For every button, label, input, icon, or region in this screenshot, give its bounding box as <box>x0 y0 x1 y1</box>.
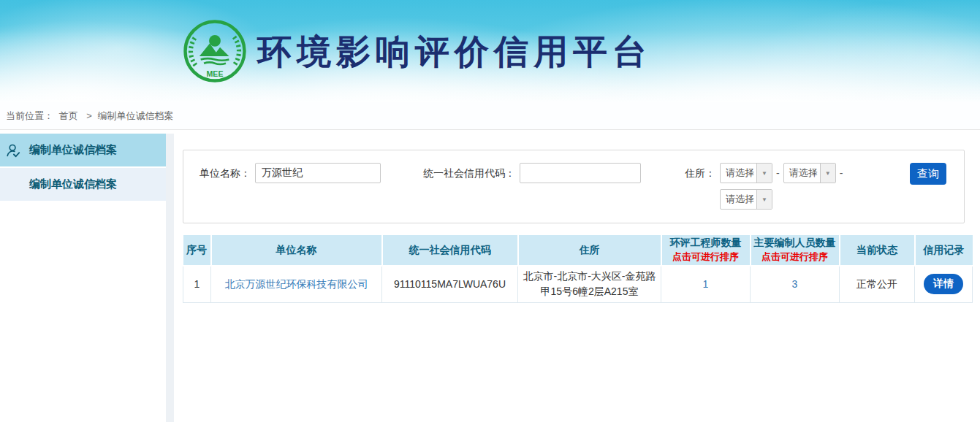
svg-text:MEE: MEE <box>207 69 224 78</box>
col-header-index: 序号 <box>183 235 211 266</box>
address-label: 住所： <box>685 163 715 183</box>
breadcrumb-home-link[interactable]: 首页 <box>59 110 78 121</box>
address-select-group: 请选择 ▼ - 请选择 ▼ - 请选择 <box>720 163 846 215</box>
sidebar-item-label: 编制单位诚信档案 <box>29 143 117 157</box>
table-row: 1 北京万源世纪环保科技有限公司 91110115MA7LWUA76U 北京市-… <box>183 266 973 302</box>
chevron-down-icon: ▼ <box>820 164 835 183</box>
user-check-icon <box>5 142 21 158</box>
site-header: MEE 环境影响评价信用平台 <box>0 0 980 102</box>
chevron-down-icon: ▼ <box>756 164 772 183</box>
province-select[interactable]: 请选择 ▼ <box>720 163 772 183</box>
staff-count-link[interactable]: 3 <box>792 278 798 290</box>
col-header-unit-name: 单位名称 <box>211 235 382 266</box>
col-header-engineer-count: 环评工程师数量 点击可进行排序 <box>661 235 751 266</box>
staff-count-sort[interactable]: 点击可进行排序 <box>754 250 836 264</box>
table-header-row: 序号 单位名称 统一社会信用代码 住所 环评工程师数量 点击可进行排序 主要编制… <box>183 235 973 266</box>
content: 编制单位诚信档案 编制单位诚信档案 单位名称： 统一社会信用代码： 住所： <box>0 134 980 422</box>
col-header-credit-code: 统一社会信用代码 <box>382 235 518 266</box>
mee-logo: MEE <box>183 19 247 83</box>
credit-code-input[interactable] <box>520 163 641 183</box>
site-title: 环境影响评价信用平台 <box>257 29 652 75</box>
cell-index: 1 <box>183 266 211 302</box>
cell-address: 北京市-北京市-大兴区-金苑路甲15号6幢2层A215室 <box>518 266 661 302</box>
engineer-count-link[interactable]: 1 <box>703 278 709 290</box>
sidebar-divider <box>166 134 174 422</box>
mee-emblem-icon: MEE <box>183 19 247 83</box>
sidebar: 编制单位诚信档案 编制单位诚信档案 <box>0 134 166 422</box>
col-header-credit-record: 信用记录 <box>915 235 973 266</box>
sidebar-subitem-unit-credit-archive[interactable]: 编制单位诚信档案 <box>0 168 166 201</box>
main: 单位名称： 统一社会信用代码： 住所： 请选择 ▼ - <box>174 134 980 422</box>
unit-name-label: 单位名称： <box>200 163 251 183</box>
unit-name-input[interactable] <box>255 163 381 183</box>
col-header-status: 当前状态 <box>840 235 915 266</box>
chevron-down-icon: ▼ <box>756 190 772 209</box>
breadcrumb-current: 编制单位诚信档案 <box>97 110 173 121</box>
credit-code-label: 统一社会信用代码： <box>423 163 515 183</box>
unit-name-link[interactable]: 北京万源世纪环保科技有限公司 <box>225 278 368 290</box>
detail-button[interactable]: 详情 <box>924 274 963 294</box>
query-button[interactable]: 查询 <box>910 163 946 185</box>
search-panel: 单位名称： 统一社会信用代码： 住所： 请选择 ▼ - <box>183 150 965 223</box>
sidebar-subitem-label: 编制单位诚信档案 <box>29 177 117 191</box>
city-select[interactable]: 请选择 ▼ <box>783 163 836 183</box>
address-dash: - <box>776 163 780 183</box>
col-header-address: 住所 <box>518 235 661 266</box>
page: MEE 环境影响评价信用平台 当前位置： 首页 > 编制单位诚信档案 编制单位诚… <box>0 0 980 422</box>
results-table: 序号 单位名称 统一社会信用代码 住所 环评工程师数量 点击可进行排序 主要编制… <box>183 235 973 303</box>
address-dash: - <box>840 163 843 183</box>
cell-credit-code: 91110115MA7LWUA76U <box>382 266 518 302</box>
breadcrumb-prefix: 当前位置： <box>6 110 53 121</box>
engineer-count-sort[interactable]: 点击可进行排序 <box>665 250 747 264</box>
col-header-staff-count: 主要编制人员数量 点击可进行排序 <box>751 235 840 266</box>
breadcrumb: 当前位置： 首页 > 编制单位诚信档案 <box>0 102 980 130</box>
cell-status: 正常公开 <box>840 266 915 302</box>
sidebar-item-unit-credit-archive[interactable]: 编制单位诚信档案 <box>0 134 166 166</box>
breadcrumb-separator: > <box>86 110 92 121</box>
district-select[interactable]: 请选择 ▼ <box>720 189 772 210</box>
